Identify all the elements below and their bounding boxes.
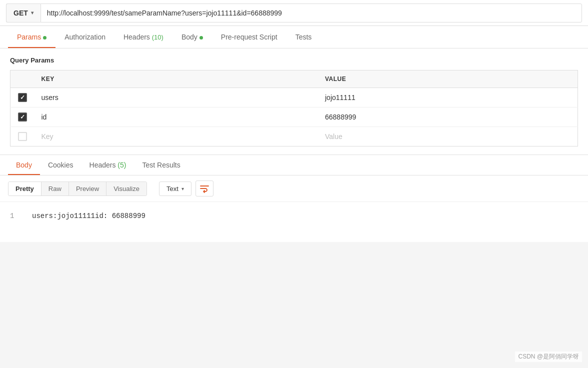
format-tab-visualize[interactable]: Visualize — [106, 182, 146, 196]
method-selector[interactable]: GET ▾ — [6, 4, 40, 22]
row3-check-cell — [10, 127, 34, 146]
url-bar: GET ▾ — [0, 0, 588, 26]
row1-check-cell: ✓ — [10, 88, 34, 108]
params-table: KEY VALUE ✓ users jojo11111 — [10, 70, 578, 146]
method-label: GET — [14, 9, 28, 17]
row2-value[interactable]: 66888999 — [318, 108, 578, 127]
row2-checkbox[interactable]: ✓ — [18, 112, 27, 122]
type-dropdown-label: Text — [166, 185, 178, 192]
query-params-section: Query Params KEY VALUE ✓ users jo — [0, 48, 588, 155]
table-row: ✓ users jojo11111 — [10, 88, 578, 108]
query-params-title: Query Params — [10, 56, 578, 64]
tab-body[interactable]: Body — [172, 26, 212, 48]
format-tabs: Pretty Raw Preview Visualize — [8, 182, 147, 196]
row3-checkbox[interactable] — [18, 132, 27, 141]
col-check — [10, 70, 34, 88]
code-line-1: 1 users:jojo11111id: 66888999 — [10, 210, 578, 222]
format-tab-raw[interactable]: Raw — [42, 182, 69, 196]
code-output: 1 users:jojo11111id: 66888999 — [0, 202, 588, 242]
type-dropdown[interactable]: Text ▾ — [159, 182, 192, 196]
format-tab-preview[interactable]: Preview — [69, 182, 106, 196]
tab-pre-request[interactable]: Pre-request Script — [212, 26, 286, 48]
headers-label: Headers — [124, 33, 152, 41]
params-dot — [43, 36, 46, 40]
row3-key-placeholder[interactable]: Key — [34, 127, 318, 146]
tab-tests[interactable]: Tests — [286, 26, 321, 48]
response-toolbar: Pretty Raw Preview Visualize Text ▾ — [0, 176, 588, 202]
row1-key[interactable]: users — [34, 88, 318, 108]
response-tab-body[interactable]: Body — [8, 155, 40, 175]
tab-headers[interactable]: Headers (10) — [114, 26, 172, 48]
wrap-button[interactable] — [196, 180, 214, 196]
row2-check-cell: ✓ — [10, 108, 34, 127]
line-number-1: 1 — [10, 210, 20, 222]
response-tab-headers[interactable]: Headers (5) — [82, 155, 134, 175]
row1-value[interactable]: jojo11111 — [318, 88, 578, 108]
tab-params[interactable]: Params — [8, 26, 56, 48]
table-row: ✓ id 66888999 — [10, 108, 578, 127]
line-content-1: users:jojo11111id: 66888999 — [32, 210, 146, 222]
row2-key[interactable]: id — [34, 108, 318, 127]
body-dot — [200, 36, 203, 40]
wrap-icon — [200, 184, 210, 194]
response-tabs-section: Body Cookies Headers (5) Test Results — [0, 155, 588, 176]
row3-value-placeholder[interactable]: Value — [318, 127, 578, 146]
url-input[interactable] — [40, 4, 582, 22]
request-tabs-section: Params Authorization Headers (10) Body P… — [0, 26, 588, 48]
dropdown-chevron-icon: ▾ — [182, 186, 184, 192]
col-key: KEY — [34, 70, 318, 88]
request-tabs: Params Authorization Headers (10) Body P… — [8, 26, 580, 48]
response-tab-test-results[interactable]: Test Results — [134, 155, 188, 175]
tab-authorization[interactable]: Authorization — [56, 26, 114, 48]
method-chevron-icon: ▾ — [31, 10, 34, 16]
row1-checkbox[interactable]: ✓ — [18, 93, 27, 102]
col-value: VALUE — [318, 70, 578, 88]
format-tab-pretty[interactable]: Pretty — [8, 182, 42, 196]
response-tab-cookies[interactable]: Cookies — [40, 155, 82, 175]
table-row-empty: Key Value — [10, 127, 578, 146]
